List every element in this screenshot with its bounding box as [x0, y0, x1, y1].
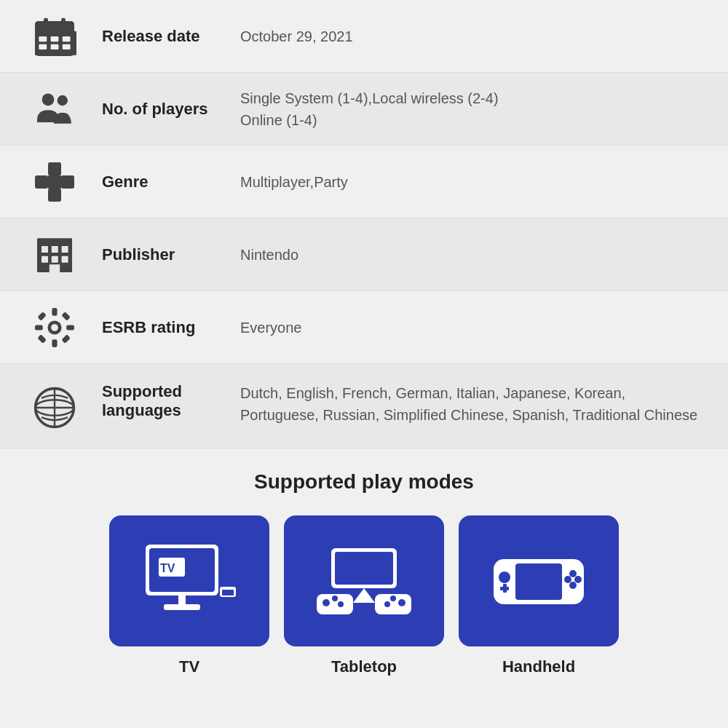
svg-rect-34 — [52, 308, 57, 316]
svg-rect-15 — [61, 17, 66, 27]
svg-rect-19 — [48, 189, 61, 202]
svg-rect-26 — [62, 246, 68, 253]
svg-rect-14 — [44, 17, 48, 27]
esrb-value: Everyone — [240, 317, 706, 339]
svg-rect-9 — [51, 36, 59, 41]
handheld-mode-label: Handheld — [502, 657, 575, 676]
info-table: Release date October 29, 2021 No. of pla… — [0, 0, 728, 448]
svg-rect-11 — [39, 44, 47, 49]
tv-mode-label: TV — [179, 657, 199, 676]
svg-rect-13 — [63, 44, 71, 49]
players-value: Single System (1-4),Local wireless (2-4)… — [240, 87, 706, 131]
svg-rect-37 — [66, 325, 74, 330]
svg-point-71 — [569, 582, 577, 589]
svg-point-59 — [332, 596, 338, 601]
svg-rect-20 — [35, 175, 48, 189]
tv-mode-card: TV TV — [109, 515, 269, 676]
players-label: No. of players — [87, 100, 240, 119]
svg-rect-39 — [61, 312, 71, 321]
svg-rect-22 — [48, 175, 61, 189]
handheld-icon-box — [459, 515, 619, 646]
svg-rect-51 — [164, 604, 200, 610]
svg-point-68 — [569, 570, 577, 577]
handheld-mode-card: Handheld — [459, 515, 619, 676]
svg-rect-7 — [35, 23, 74, 36]
svg-rect-8 — [39, 36, 47, 41]
players-icon — [22, 87, 87, 131]
svg-rect-53 — [222, 590, 234, 596]
svg-rect-29 — [62, 256, 68, 262]
svg-rect-12 — [51, 44, 59, 49]
svg-rect-40 — [37, 334, 47, 344]
play-modes-cards: TV TV — [15, 515, 713, 676]
svg-rect-31 — [37, 238, 72, 242]
release-date-row: Release date October 29, 2021 — [0, 0, 728, 73]
tabletop-mode-label: Tabletop — [331, 657, 397, 676]
genre-icon — [22, 160, 87, 204]
svg-rect-66 — [515, 563, 562, 600]
svg-point-16 — [42, 93, 55, 106]
esrb-label: ESRB rating — [87, 318, 240, 337]
svg-marker-56 — [353, 588, 375, 603]
svg-rect-10 — [63, 36, 71, 41]
publisher-value: Nintendo — [240, 244, 706, 266]
svg-rect-24 — [41, 246, 48, 253]
svg-rect-35 — [52, 339, 57, 347]
release-date-value: October 29, 2021 — [240, 25, 706, 47]
svg-text:TV: TV — [160, 562, 175, 574]
svg-rect-50 — [178, 596, 186, 606]
calendar-icon — [22, 15, 87, 58]
svg-rect-73 — [503, 584, 507, 593]
tv-icon-box: TV — [109, 515, 269, 646]
svg-rect-41 — [61, 334, 71, 344]
genre-value: Multiplayer,Party — [240, 171, 706, 193]
svg-point-70 — [574, 576, 582, 583]
svg-rect-27 — [41, 256, 48, 262]
svg-rect-18 — [48, 162, 61, 175]
svg-point-60 — [338, 601, 344, 607]
svg-rect-55 — [335, 552, 393, 585]
svg-rect-28 — [52, 256, 58, 262]
languages-value: Dutch, English, French, German, Italian,… — [240, 382, 706, 426]
svg-rect-36 — [35, 325, 43, 330]
svg-point-64 — [384, 601, 390, 607]
svg-point-33 — [51, 324, 58, 331]
svg-rect-30 — [50, 264, 60, 272]
tabletop-mode-card: Tabletop — [284, 515, 444, 676]
tabletop-icon-box — [284, 515, 444, 646]
svg-point-67 — [499, 571, 510, 583]
esrb-icon — [22, 306, 87, 349]
esrb-row: ESRB rating Everyone — [0, 291, 728, 364]
publisher-label: Publisher — [87, 245, 240, 264]
svg-point-63 — [390, 596, 396, 601]
languages-label: Supported languages — [87, 382, 240, 420]
svg-rect-21 — [61, 175, 74, 189]
play-modes-section: Supported play modes TV — [0, 448, 728, 691]
languages-row: Supported languages Dutch, English, Fren… — [0, 364, 728, 448]
players-row: No. of players Single System (1-4),Local… — [0, 73, 728, 146]
globe-icon — [22, 382, 87, 430]
play-modes-title: Supported play modes — [15, 470, 713, 494]
svg-point-58 — [323, 599, 330, 606]
svg-point-69 — [564, 576, 571, 583]
publisher-icon — [22, 233, 87, 277]
svg-point-17 — [58, 95, 68, 105]
publisher-row: Publisher Nintendo — [0, 218, 728, 291]
svg-rect-25 — [52, 246, 58, 253]
genre-label: Genre — [87, 173, 240, 191]
svg-point-62 — [398, 599, 405, 606]
release-date-label: Release date — [87, 27, 240, 46]
genre-row: Genre Multiplayer,Party — [0, 146, 728, 218]
svg-rect-38 — [37, 312, 47, 321]
